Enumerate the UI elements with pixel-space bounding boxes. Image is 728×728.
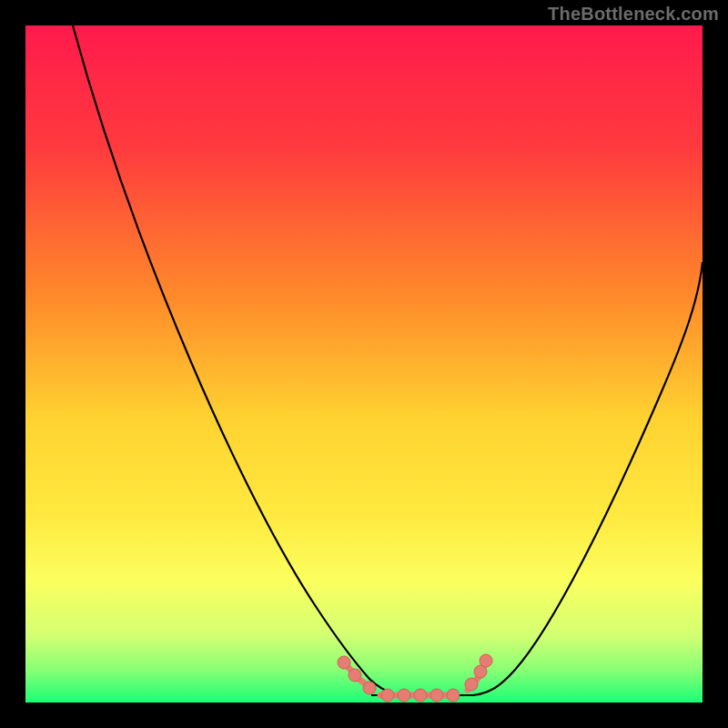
outer-frame: TheBottleneck.com [0,0,728,728]
svg-point-10 [480,654,492,667]
svg-point-8 [465,678,478,691]
svg-point-4 [398,689,410,702]
svg-point-3 [381,689,394,702]
svg-point-6 [430,689,443,702]
chart-svg [25,25,703,703]
attribution-label: TheBottleneck.com [548,4,719,25]
gradient-background [25,25,703,703]
svg-point-2 [363,682,376,694]
svg-point-1 [349,669,361,682]
svg-point-7 [447,689,460,702]
svg-point-0 [338,656,350,669]
plot-area [25,25,703,703]
svg-point-5 [414,689,427,702]
